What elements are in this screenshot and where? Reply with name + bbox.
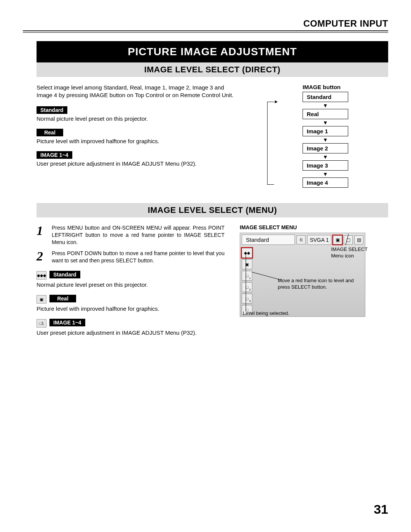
callout-move: Move a red frame icon to level and press… [278,278,365,291]
menu-icon: ▢ [344,235,353,244]
image14-desc: User preset picture adjustment in IMAGE … [37,160,240,167]
real-icon: ▣ [37,295,46,304]
image-select-menu-icon: ▣ [333,235,342,244]
flow-real: Real [303,109,348,119]
menu-real-pill: Real [49,295,76,302]
osd-panel: Standard ⎘ SVGA 1 ▣ ▢ ▤ ◆◆ ▣ □1 □2 □3 □4 [240,233,365,317]
arrow-down-icon: ▼ [263,103,388,108]
callout-level: Level being selected. [243,310,289,317]
arrow-down-icon: ▼ [263,137,388,142]
menu-image14-pill: IMAGE 1~4 [49,319,85,326]
flow-standard: Standard [303,92,348,102]
page-number: 31 [374,502,388,517]
image14-pill: IMAGE 1~4 [37,151,72,159]
image14-icon: □1 [37,319,46,328]
callout-menu-icon: IMAGE SELECT Menu icon [331,246,368,259]
real-pill: Real [37,129,63,136]
direct-intro: Select image level among Standard, Real,… [37,84,240,99]
osd-current-label: Standard [242,235,295,245]
flow-image2: Image 2 [303,143,348,153]
osd-item-image3: □3 [242,294,252,304]
menu-standard-pill: Standard [49,271,80,278]
flow-image1: Image 1 [303,126,348,136]
step-1-text: Press MENU button and ON-SCREEN MENU wil… [52,224,225,246]
arrow-down-icon: ▼ [263,171,388,177]
computer-input-header: COMPUTER INPUT [23,18,388,29]
real-desc: Picture level with improved halftone for… [37,138,240,144]
menu-standard-desc: Normal picture level preset on this proj… [37,281,225,288]
section-title: PICTURE IMAGE ADJUSTMENT [37,41,388,62]
arrow-down-icon: ▼ [263,154,388,160]
menu-image14-desc: User preset picture adjustment in IMAGE … [37,329,225,336]
standard-desc: Normal picture level preset on this proj… [37,115,240,122]
osd-svga-box: SVGA 1 [307,235,331,245]
svga-label: SVGA 1 [310,237,329,243]
menu-more-icon: ▤ [354,235,363,244]
menu-real-desc: Picture level with improved halftone for… [37,305,225,312]
osd-item-image2: □2 [242,282,252,292]
step-2-text: Press POINT DOWN button to move a red fr… [52,250,225,264]
step-1-number: 1 [37,224,46,246]
flow-image3: Image 3 [303,160,348,171]
arrow-down-icon: ▼ [263,120,388,125]
osd-item-standard: ◆◆ [242,248,252,258]
image-button-label: IMAGE button [255,84,388,90]
flow-loop-line [267,102,274,185]
callout-line [246,255,246,312]
standard-pill: Standard [37,106,67,114]
osd-item-image1: □1 [242,271,252,281]
image-select-menu-heading: IMAGE SELECT MENU [240,224,388,230]
osd-item-real: ▣ [242,259,252,269]
step-2-number: 2 [37,250,46,264]
direct-heading: IMAGE LEVEL SELECT (DIRECT) [37,62,388,77]
standard-icon: ◆◆◆ [37,271,46,280]
flow-image4: Image 4 [303,177,348,188]
header-rule [23,30,388,33]
menu-heading: IMAGE LEVEL SELECT (MENU) [37,203,388,217]
input-icon: ⎘ [296,235,306,244]
